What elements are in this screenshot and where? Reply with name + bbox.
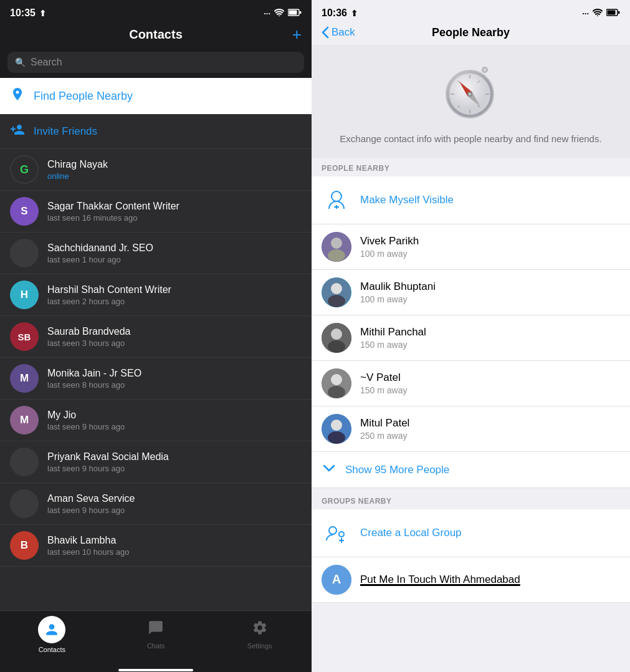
avatar-ahmedabad: A <box>322 565 351 595</box>
create-local-group-row[interactable]: Create a Local Group <box>312 509 630 557</box>
status-bar-right: 10:36 ⬆ ··· <box>312 0 630 22</box>
avatar-myjio: M <box>10 406 39 434</box>
person-name-maulik: Maulik Bhuptani <box>360 281 436 293</box>
svg-rect-7 <box>618 11 620 14</box>
svg-point-40 <box>331 420 342 431</box>
person-item-mithil[interactable]: Mithil Panchal 150 m away <box>312 315 630 361</box>
contact-info-bhavik: Bhavik Lambha last seen 10 hours ago <box>47 535 302 557</box>
nav-bar-right: Back People Nearby <box>312 22 630 45</box>
avatar-vpatel <box>322 368 351 398</box>
avatar-mitul <box>322 414 351 444</box>
contacts-header: Contacts + <box>0 22 312 49</box>
contact-info-sagar: Sagar Thakkar Content Writer last seen 1… <box>47 201 302 223</box>
groups-nearby-section-header: GROUPS NEARBY <box>312 488 630 509</box>
people-info-maulik: Maulik Bhuptani 100 m away <box>360 281 436 304</box>
location-pin-icon <box>10 87 25 105</box>
svg-rect-2 <box>300 11 302 14</box>
find-people-nearby-row[interactable]: Find People Nearby <box>0 78 312 115</box>
svg-rect-6 <box>608 10 616 14</box>
contact-item-priyank[interactable]: Priyank Raval Social Media last seen 9 h… <box>0 441 312 483</box>
left-panel: 10:35 ⬆ ··· Contacts + 🔍 Search Find Peo… <box>0 0 312 672</box>
back-label: Back <box>332 26 355 39</box>
contact-name-chirag: Chirag Nayak <box>47 159 302 170</box>
avatar-chirag: G <box>10 155 39 184</box>
contact-status-chirag: online <box>47 171 302 181</box>
svg-point-23 <box>469 93 471 95</box>
chevron-down-icon <box>322 461 336 479</box>
status-icons-right: ··· <box>582 9 620 18</box>
contact-info-aman: Aman Seva Service last seen 9 hours ago <box>47 493 302 515</box>
person-item-mitul[interactable]: Mitul Patel 250 m away <box>312 406 630 452</box>
contact-name-priyank: Priyank Raval Social Media <box>47 451 302 463</box>
person-item-vivek[interactable]: Vivek Parikh 100 m away <box>312 224 630 270</box>
svg-point-31 <box>331 283 342 294</box>
home-bar-left <box>118 669 193 671</box>
person-name-mithil: Mithil Panchal <box>360 326 426 338</box>
contact-list: G Chirag Nayak online S Sagar Thakkar Co… <box>0 149 312 610</box>
svg-point-24 <box>332 191 341 201</box>
people-nearby-section-header: PEOPLE NEARBY <box>312 158 630 176</box>
svg-point-29 <box>328 249 345 262</box>
invite-friends-row[interactable]: Invite Friends <box>0 115 312 149</box>
contact-item-monika[interactable]: M Monika Jain - Jr SEO last seen 8 hours… <box>0 358 312 400</box>
compass-icon <box>440 60 502 122</box>
contact-item-myjio[interactable]: M My Jio last seen 9 hours ago <box>0 400 312 441</box>
contact-status-bhavik: last seen 10 hours ago <box>47 547 302 557</box>
create-group-icon <box>322 518 351 548</box>
tab-settings-label: Settings <box>247 642 272 650</box>
dots-icon-left: ··· <box>264 9 270 18</box>
contact-item-harshil[interactable]: H Harshil Shah Content Writer last seen … <box>0 274 312 316</box>
make-myself-visible-row[interactable]: Make Myself Visible <box>312 176 630 224</box>
contact-name-myjio: My Jio <box>47 410 302 421</box>
avatar-priyank <box>10 448 39 476</box>
tab-chats-label: Chats <box>147 642 165 650</box>
right-panel: 10:36 ⬆ ··· Back People Nearby <box>312 0 630 672</box>
contact-name-monika: Monika Jain - Jr SEO <box>47 368 302 379</box>
svg-rect-1 <box>289 10 297 14</box>
avatar-aman <box>10 489 39 518</box>
contact-item-aman[interactable]: Aman Seva Service last seen 9 hours ago <box>0 483 312 525</box>
avatar-saurab: SB <box>10 322 39 351</box>
contact-name-aman: Aman Seva Service <box>47 493 302 504</box>
back-button[interactable]: Back <box>322 26 355 39</box>
contact-status-aman: last seen 9 hours ago <box>47 506 302 515</box>
time-right: 10:36 <box>322 7 347 19</box>
tab-chats[interactable]: Chats <box>104 620 208 650</box>
person-item-vpatel[interactable]: ~V Patel 150 m away <box>312 361 630 406</box>
person-dist-vivek: 100 m away <box>360 249 419 259</box>
contact-name-harshil: Harshil Shah Content Writer <box>47 284 302 295</box>
find-people-label: Find People Nearby <box>34 90 133 103</box>
contact-item-saurab[interactable]: SB Saurab Brandveda last seen 3 hours ag… <box>0 316 312 358</box>
show-more-row[interactable]: Show 95 More People <box>312 452 630 488</box>
status-bar-left: 10:35 ⬆ ··· <box>0 0 312 22</box>
people-list: Make Myself Visible Vivek Parikh 100 m a… <box>312 176 630 488</box>
svg-point-9 <box>483 68 487 72</box>
contact-name-sachchidanand: Sachchidanand Jr. SEO <box>47 242 302 254</box>
wifi-icon-right <box>593 9 603 18</box>
contact-item-chirag[interactable]: G Chirag Nayak online <box>0 149 312 191</box>
avatar-mithil <box>322 323 351 353</box>
contact-name-bhavik: Bhavik Lambha <box>47 535 302 546</box>
person-item-maulik[interactable]: Maulik Bhuptani 100 m away <box>312 270 630 315</box>
contact-item-bhavik[interactable]: B Bhavik Lambha last seen 10 hours ago <box>0 525 312 567</box>
put-me-name: Put Me In Touch With Ahmedabad <box>360 574 520 586</box>
search-icon: 🔍 <box>15 57 26 67</box>
status-icons-left: ··· <box>264 9 302 18</box>
tab-settings[interactable]: Settings <box>208 620 312 650</box>
contact-info-monika: Monika Jain - Jr SEO last seen 8 hours a… <box>47 368 302 390</box>
invite-friends-label: Invite Friends <box>34 125 97 138</box>
settings-tab-icon <box>252 620 268 640</box>
search-bar[interactable]: 🔍 Search <box>7 52 304 73</box>
put-me-in-touch-row[interactable]: A Put Me In Touch With Ahmedabad <box>312 557 630 603</box>
put-me-info: Put Me In Touch With Ahmedabad <box>360 574 520 586</box>
add-contact-button[interactable]: + <box>292 25 302 44</box>
avatar-sachchidanand <box>10 239 39 267</box>
people-info-vpatel: ~V Patel 150 m away <box>360 372 407 395</box>
svg-point-43 <box>339 532 344 537</box>
make-visible-label: Make Myself Visible <box>360 194 454 206</box>
dots-icon-right: ··· <box>582 9 589 18</box>
contact-item-sachchidanand[interactable]: Sachchidanand Jr. SEO last seen 1 hour a… <box>0 233 312 274</box>
contact-item-sagar[interactable]: S Sagar Thakkar Content Writer last seen… <box>0 191 312 233</box>
home-indicator-left <box>0 668 312 672</box>
tab-contacts[interactable]: Contacts <box>0 616 104 653</box>
